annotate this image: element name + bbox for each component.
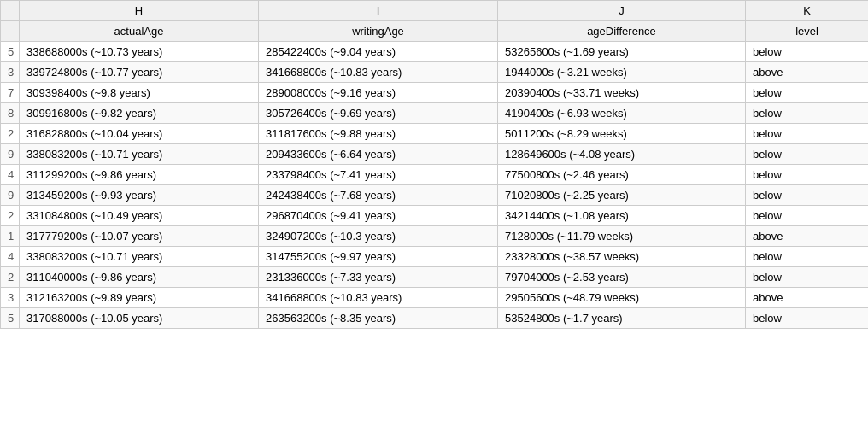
cell-level: below bbox=[746, 308, 869, 329]
cell-actualAge: 317088000s (~10.05 years) bbox=[20, 308, 259, 329]
cell-level: above bbox=[746, 226, 869, 247]
cell-actualAge: 316828800s (~10.04 years) bbox=[20, 124, 259, 144]
cell-writingAge: 209433600s (~6.64 years) bbox=[259, 144, 498, 165]
cell-level: above bbox=[746, 288, 869, 308]
cell-level: below bbox=[746, 206, 869, 226]
header-writingAge: writingAge bbox=[259, 21, 498, 42]
cell-ageDifference: 1944000s (~3.21 weeks) bbox=[498, 62, 746, 83]
cell-writingAge: 233798400s (~7.41 years) bbox=[259, 165, 498, 185]
cell-level: below bbox=[746, 124, 869, 144]
col-letter-j: J bbox=[498, 1, 746, 21]
cell-level: below bbox=[746, 247, 869, 267]
spreadsheet-container: H I J K actualAge writingAge ageDifferen… bbox=[0, 0, 868, 329]
cell-writingAge: 314755200s (~9.97 years) bbox=[259, 247, 498, 267]
table-row: 4311299200s (~9.86 years)233798400s (~7.… bbox=[1, 165, 869, 185]
cell-writingAge: 289008000s (~9.16 years) bbox=[259, 83, 498, 103]
cell-actualAge: 309398400s (~9.8 years) bbox=[20, 83, 259, 103]
cell-ageDifference: 53524800s (~1.7 years) bbox=[498, 308, 746, 329]
cell-ageDifference: 128649600s (~4.08 years) bbox=[498, 144, 746, 165]
cell-actualAge: 311040000s (~9.86 years) bbox=[20, 267, 259, 288]
cell-actualAge: 313459200s (~9.93 years) bbox=[20, 185, 259, 206]
cell-actualAge: 312163200s (~9.89 years) bbox=[20, 288, 259, 308]
table-row: 9338083200s (~10.71 years)209433600s (~6… bbox=[1, 144, 869, 165]
cell-writingAge: 231336000s (~7.33 years) bbox=[259, 267, 498, 288]
cell-rownum: 1 bbox=[1, 226, 20, 247]
cell-ageDifference: 34214400s (~1.08 years) bbox=[498, 206, 746, 226]
cell-ageDifference: 23328000s (~38.57 weeks) bbox=[498, 247, 746, 267]
col-letter-h: H bbox=[20, 1, 259, 21]
col-letter-i: I bbox=[259, 1, 498, 21]
cell-rownum: 4 bbox=[1, 165, 20, 185]
header-actualAge: actualAge bbox=[20, 21, 259, 42]
cell-ageDifference: 77500800s (~2.46 years) bbox=[498, 165, 746, 185]
table-row: 2331084800s (~10.49 years)296870400s (~9… bbox=[1, 206, 869, 226]
cell-actualAge: 317779200s (~10.07 years) bbox=[20, 226, 259, 247]
table-row: 2316828800s (~10.04 years)311817600s (~9… bbox=[1, 124, 869, 144]
header-rownum bbox=[1, 21, 20, 42]
cell-writingAge: 263563200s (~8.35 years) bbox=[259, 308, 498, 329]
cell-ageDifference: 7128000s (~11.79 weeks) bbox=[498, 226, 746, 247]
cell-rownum: 2 bbox=[1, 267, 20, 288]
cell-rownum: 3 bbox=[1, 288, 20, 308]
cell-actualAge: 338688000s (~10.73 years) bbox=[20, 42, 259, 62]
cell-level: below bbox=[746, 42, 869, 62]
cell-level: below bbox=[746, 185, 869, 206]
cell-writingAge: 296870400s (~9.41 years) bbox=[259, 206, 498, 226]
cell-ageDifference: 29505600s (~48.79 weeks) bbox=[498, 288, 746, 308]
cell-level: below bbox=[746, 267, 869, 288]
table-row: 2311040000s (~9.86 years)231336000s (~7.… bbox=[1, 267, 869, 288]
table-row: 1317779200s (~10.07 years)324907200s (~1… bbox=[1, 226, 869, 247]
cell-writingAge: 285422400s (~9.04 years) bbox=[259, 42, 498, 62]
cell-level: below bbox=[746, 165, 869, 185]
cell-actualAge: 338083200s (~10.71 years) bbox=[20, 144, 259, 165]
cell-actualAge: 309916800s (~9.82 years) bbox=[20, 103, 259, 124]
table-row: 9313459200s (~9.93 years)242438400s (~7.… bbox=[1, 185, 869, 206]
cell-writingAge: 341668800s (~10.83 years) bbox=[259, 62, 498, 83]
cell-ageDifference: 79704000s (~2.53 years) bbox=[498, 267, 746, 288]
cell-actualAge: 339724800s (~10.77 years) bbox=[20, 62, 259, 83]
table-row: 5338688000s (~10.73 years)285422400s (~9… bbox=[1, 42, 869, 62]
col-letter-empty bbox=[1, 1, 20, 21]
cell-rownum: 9 bbox=[1, 185, 20, 206]
column-header-row: actualAge writingAge ageDifference level bbox=[1, 21, 869, 42]
cell-ageDifference: 71020800s (~2.25 years) bbox=[498, 185, 746, 206]
cell-rownum: 7 bbox=[1, 83, 20, 103]
cell-writingAge: 324907200s (~10.3 years) bbox=[259, 226, 498, 247]
table-row: 5317088000s (~10.05 years)263563200s (~8… bbox=[1, 308, 869, 329]
cell-level: below bbox=[746, 83, 869, 103]
cell-rownum: 5 bbox=[1, 42, 20, 62]
cell-rownum: 4 bbox=[1, 247, 20, 267]
cell-rownum: 8 bbox=[1, 103, 20, 124]
cell-writingAge: 242438400s (~7.68 years) bbox=[259, 185, 498, 206]
header-ageDifference: ageDifference bbox=[498, 21, 746, 42]
cell-ageDifference: 20390400s (~33.71 weeks) bbox=[498, 83, 746, 103]
cell-level: below bbox=[746, 103, 869, 124]
cell-writingAge: 305726400s (~9.69 years) bbox=[259, 103, 498, 124]
table-row: 3312163200s (~9.89 years)341668800s (~10… bbox=[1, 288, 869, 308]
cell-rownum: 2 bbox=[1, 124, 20, 144]
data-table: H I J K actualAge writingAge ageDifferen… bbox=[0, 0, 868, 329]
col-letter-k: K bbox=[746, 1, 869, 21]
column-letter-row: H I J K bbox=[1, 1, 869, 21]
cell-actualAge: 311299200s (~9.86 years) bbox=[20, 165, 259, 185]
cell-rownum: 9 bbox=[1, 144, 20, 165]
cell-writingAge: 311817600s (~9.88 years) bbox=[259, 124, 498, 144]
cell-level: above bbox=[746, 62, 869, 83]
cell-rownum: 5 bbox=[1, 308, 20, 329]
header-level: level bbox=[746, 21, 869, 42]
cell-ageDifference: 5011200s (~8.29 weeks) bbox=[498, 124, 746, 144]
cell-ageDifference: 4190400s (~6.93 weeks) bbox=[498, 103, 746, 124]
table-row: 3339724800s (~10.77 years)341668800s (~1… bbox=[1, 62, 869, 83]
cell-writingAge: 341668800s (~10.83 years) bbox=[259, 288, 498, 308]
cell-rownum: 2 bbox=[1, 206, 20, 226]
cell-ageDifference: 53265600s (~1.69 years) bbox=[498, 42, 746, 62]
cell-level: below bbox=[746, 144, 869, 165]
table-row: 7309398400s (~9.8 years)289008000s (~9.1… bbox=[1, 83, 869, 103]
cell-actualAge: 331084800s (~10.49 years) bbox=[20, 206, 259, 226]
table-row: 4338083200s (~10.71 years)314755200s (~9… bbox=[1, 247, 869, 267]
cell-rownum: 3 bbox=[1, 62, 20, 83]
cell-actualAge: 338083200s (~10.71 years) bbox=[20, 247, 259, 267]
table-row: 8309916800s (~9.82 years)305726400s (~9.… bbox=[1, 103, 869, 124]
